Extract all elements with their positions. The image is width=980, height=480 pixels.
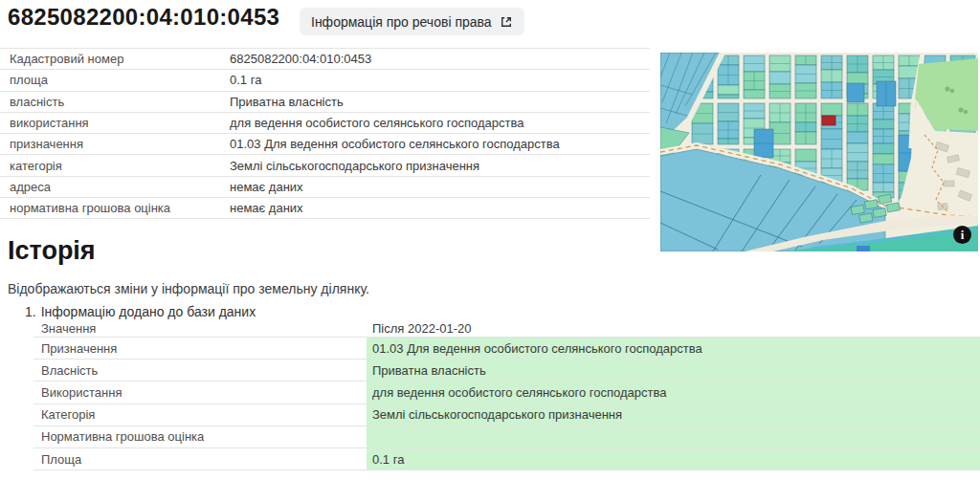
row-value: Приватна власність xyxy=(230,95,650,109)
history-row-label: Використання xyxy=(33,382,367,403)
row-label: площа xyxy=(0,73,230,87)
table-row: використання для ведення особистого селя… xyxy=(0,113,650,134)
history-table: Значення Після 2022-01-20 Призначення 01… xyxy=(33,319,980,480)
row-value: Землі сільськогосподарського призначення xyxy=(230,159,650,173)
row-value: немає даних xyxy=(230,180,650,194)
history-row: Категорія Землі сільськогосподарського п… xyxy=(33,404,980,426)
history-item-name: Інформацію додано до бази даних xyxy=(41,304,256,319)
table-row: нормативна грошова оцінка немає даних xyxy=(0,198,650,219)
history-header-value: Після 2022-01-20 xyxy=(367,319,980,337)
history-row: Площа 0.1 га xyxy=(33,448,980,470)
table-row: адреса немає даних xyxy=(0,177,650,198)
row-label: власність xyxy=(0,95,230,109)
cadastre-parcel-page: 6825082200:04:010:0453 Інформація про ре… xyxy=(0,0,980,480)
history-item-title: 1.Інформацію додано до бази даних xyxy=(25,304,256,319)
history-header-row: Значення Після 2022-01-20 xyxy=(33,319,980,338)
history-row: Використання для ведення особистого селя… xyxy=(33,382,980,404)
table-row: призначення 01.03 Для ведення особистого… xyxy=(0,134,650,155)
cadastral-map-canvas xyxy=(660,53,978,251)
row-label: Кадастровий номер xyxy=(0,52,230,66)
table-row: площа 0.1 га xyxy=(0,70,650,91)
row-label: використання xyxy=(0,116,230,130)
map-info-button[interactable]: i xyxy=(953,226,971,244)
history-row-label: Площа xyxy=(33,448,367,469)
row-label: призначення xyxy=(0,137,230,151)
history-header-label: Значення xyxy=(33,319,367,337)
history-row-value: Приватна власність xyxy=(367,360,980,381)
history-row-label: Призначення xyxy=(33,338,367,359)
row-label: нормативна грошова оцінка xyxy=(0,201,230,215)
history-description: Відображаються зміни у інформації про зе… xyxy=(8,281,369,296)
selected-parcel[interactable] xyxy=(822,116,835,125)
parcel-details-table: Кадастровий номер 6825082200:04:010:0453… xyxy=(0,48,650,219)
history-row-value: 0.1 га xyxy=(367,448,980,469)
row-label: категорія xyxy=(0,159,230,173)
map-label xyxy=(857,246,870,251)
history-row-label: Нормативна грошова оцінка xyxy=(33,426,367,447)
history-row: Нормативна грошова оцінка xyxy=(33,426,980,448)
row-value: 6825082200:04:010:0453 xyxy=(230,52,650,66)
row-value: немає даних xyxy=(230,201,650,215)
page-title: 6825082200:04:010:0453 xyxy=(8,4,279,31)
history-heading: Історія xyxy=(8,236,96,266)
table-row: категорія Землі сільськогосподарського п… xyxy=(0,155,650,176)
property-rights-button[interactable]: Інформація про речові права xyxy=(300,8,524,35)
table-row: Кадастровий номер 6825082200:04:010:0453 xyxy=(0,49,650,70)
history-row: Призначення 01.03 Для ведення особистого… xyxy=(33,338,980,360)
history-row-value: для ведення особистого селянського госпо… xyxy=(367,382,980,403)
external-link-icon xyxy=(500,15,513,29)
table-row: власність Приватна власність xyxy=(0,92,650,113)
history-row-label: Власність xyxy=(33,360,367,381)
cadastral-map[interactable]: i xyxy=(660,53,978,251)
history-next-row-divider xyxy=(33,470,980,480)
history-row: Власність Приватна власність xyxy=(33,360,980,382)
history-row-value xyxy=(367,426,980,447)
row-value: 0.1 га xyxy=(230,73,650,87)
history-row-value: Землі сільськогосподарського призначення xyxy=(367,404,980,425)
history-rows: Призначення 01.03 Для ведення особистого… xyxy=(33,338,980,470)
row-label: адреса xyxy=(0,180,230,194)
property-rights-button-label: Інформація про речові права xyxy=(311,14,492,30)
history-row-label: Категорія xyxy=(33,404,367,425)
row-value: 01.03 Для ведення особистого селянського… xyxy=(230,137,650,151)
history-item-index: 1. xyxy=(25,304,36,319)
row-value: для ведення особистого селянського госпо… xyxy=(230,116,650,130)
history-row-value: 01.03 Для ведення особистого селянського… xyxy=(367,338,980,359)
